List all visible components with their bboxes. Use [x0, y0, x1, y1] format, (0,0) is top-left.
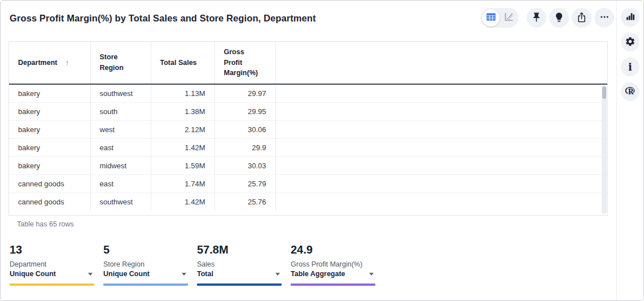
share-button[interactable]	[572, 8, 592, 28]
ellipsis-icon	[599, 12, 610, 24]
cell-gross-profit-margin[interactable]: 29.95	[214, 102, 275, 120]
cell-gross-profit-margin[interactable]: 30.06	[214, 120, 275, 138]
chevron-down-icon	[275, 273, 280, 276]
share-icon	[576, 12, 587, 24]
cell-total-sales[interactable]: 1.13M	[151, 84, 214, 102]
right-rail: i R	[616, 1, 643, 300]
card-accent-bar	[10, 283, 94, 286]
table-view-button[interactable]	[482, 9, 500, 27]
table-row: bakery east 1.42M 29.9	[9, 138, 607, 156]
table-scrollbar[interactable]	[602, 85, 607, 214]
cell-store-region[interactable]: east	[90, 175, 151, 193]
cell-department[interactable]: canned goods	[9, 175, 90, 193]
card-label: Store Region	[103, 260, 188, 269]
cell-total-sales[interactable]: 1.38M	[151, 102, 214, 120]
chart-view-button[interactable]	[500, 9, 517, 27]
cell-gross-profit-margin[interactable]: 25.76	[214, 193, 275, 211]
cell-department[interactable]: bakery	[9, 138, 90, 156]
cell-gross-profit-margin[interactable]: 30.03	[214, 156, 275, 175]
card-accent-bar	[291, 283, 375, 286]
card-accent-bar	[197, 283, 282, 286]
column-header-total-sales[interactable]: Total Sales	[151, 42, 214, 84]
table-row: bakery southwest 1.13M 29.97	[9, 84, 607, 102]
gear-icon	[625, 36, 636, 49]
cell-department[interactable]: bakery	[9, 156, 90, 175]
card-label: Gross Profit Margin(%)	[291, 260, 375, 269]
cell-total-sales[interactable]: 1.42M	[151, 193, 214, 211]
results-table: Department ↑ Store Region Total Sales Gr…	[8, 41, 608, 216]
sort-ascending-icon[interactable]: ↑	[65, 57, 69, 69]
cell-store-region[interactable]: east	[90, 138, 151, 156]
view-toggle	[481, 8, 519, 28]
cell-department[interactable]: bakery	[9, 102, 90, 120]
aggregation-dropdown[interactable]: Total	[197, 269, 282, 278]
cell-gross-profit-margin[interactable]: 29.9	[214, 138, 275, 156]
cell-store-region[interactable]: south	[90, 102, 151, 120]
cell-total-sales[interactable]: 2.12M	[151, 120, 214, 138]
info-icon: i	[628, 62, 632, 72]
empty-cell	[275, 102, 607, 120]
info-button[interactable]: i	[621, 58, 639, 76]
cell-department[interactable]: bakery	[9, 84, 90, 102]
r-logo-icon: R	[624, 85, 636, 99]
chevron-down-icon	[88, 273, 93, 276]
empty-cell	[275, 175, 607, 193]
chart-type-button[interactable]	[621, 8, 639, 27]
card-value: 5	[103, 243, 188, 256]
aggregation-dropdown[interactable]: Table Aggregate	[291, 269, 375, 278]
settings-button[interactable]	[621, 33, 639, 51]
insights-button[interactable]	[549, 8, 569, 28]
card-label: Sales	[197, 260, 282, 269]
cell-department[interactable]: bakery	[9, 120, 90, 138]
bar-chart-icon	[625, 11, 636, 23]
lightbulb-icon	[554, 12, 564, 24]
table-row: bakery west 2.12M 30.06	[9, 120, 607, 138]
summary-card-gross-profit-margin: 24.9 Gross Profit Margin(%) Table Aggreg…	[291, 243, 375, 286]
empty-cell	[275, 120, 607, 138]
empty-header-cell	[275, 42, 607, 84]
card-label: Department	[10, 260, 94, 269]
toolbar	[481, 8, 614, 28]
card-value: 24.9	[291, 243, 375, 256]
aggregation-dropdown[interactable]: Unique Count	[103, 269, 188, 278]
aggregation-label: Unique Count	[103, 269, 150, 278]
row-count-note: Table has 65 rows	[17, 220, 74, 228]
cell-store-region[interactable]: southwest	[90, 84, 151, 102]
r-analysis-button[interactable]: R	[621, 82, 639, 101]
cell-store-region[interactable]: west	[90, 120, 151, 138]
scatter-chart-icon	[503, 11, 514, 24]
aggregation-label: Unique Count	[10, 269, 56, 278]
cell-gross-profit-margin[interactable]: 25.79	[214, 175, 275, 193]
table-row: bakery south 1.38M 29.95	[9, 102, 607, 120]
table-row: bakery midwest 1.59M 30.03	[9, 156, 607, 175]
summary-cards: 13 Department Unique Count 5 Store Regio…	[10, 243, 375, 286]
more-options-button[interactable]	[594, 8, 614, 28]
table-icon	[485, 11, 497, 24]
svg-text:R: R	[628, 87, 634, 95]
column-header-department[interactable]: Department ↑	[9, 42, 90, 84]
aggregation-dropdown[interactable]: Unique Count	[10, 269, 94, 278]
empty-cell	[275, 193, 607, 211]
scrollbar-thumb[interactable]	[602, 86, 606, 99]
card-value: 57.8M	[197, 243, 282, 256]
cell-store-region[interactable]: midwest	[90, 156, 151, 175]
cell-total-sales[interactable]: 1.74M	[151, 175, 214, 193]
chevron-down-icon	[369, 273, 374, 276]
table-row: canned goods east 1.74M 25.79	[9, 175, 607, 193]
column-header-store-region[interactable]: Store Region	[90, 42, 151, 84]
header-row: Department ↑ Store Region Total Sales Gr…	[9, 42, 607, 84]
cell-total-sales[interactable]: 1.42M	[151, 138, 214, 156]
pin-button[interactable]	[527, 8, 546, 28]
card-accent-bar	[103, 283, 188, 286]
empty-cell	[275, 156, 607, 175]
aggregation-label: Table Aggregate	[291, 269, 345, 278]
column-header-gross-profit-margin[interactable]: Gross Profit Margin(%)	[214, 42, 275, 84]
answer-widget: Gross Profit Margin(%) by Total Sales an…	[0, 0, 644, 301]
cell-department[interactable]: canned goods	[9, 193, 90, 211]
cell-store-region[interactable]: southwest	[90, 193, 151, 211]
aggregation-label: Total	[197, 269, 213, 278]
summary-card-store-region: 5 Store Region Unique Count	[103, 243, 188, 286]
cell-gross-profit-margin[interactable]: 29.97	[214, 84, 275, 102]
cell-total-sales[interactable]: 1.59M	[151, 156, 214, 175]
empty-cell	[275, 138, 607, 156]
